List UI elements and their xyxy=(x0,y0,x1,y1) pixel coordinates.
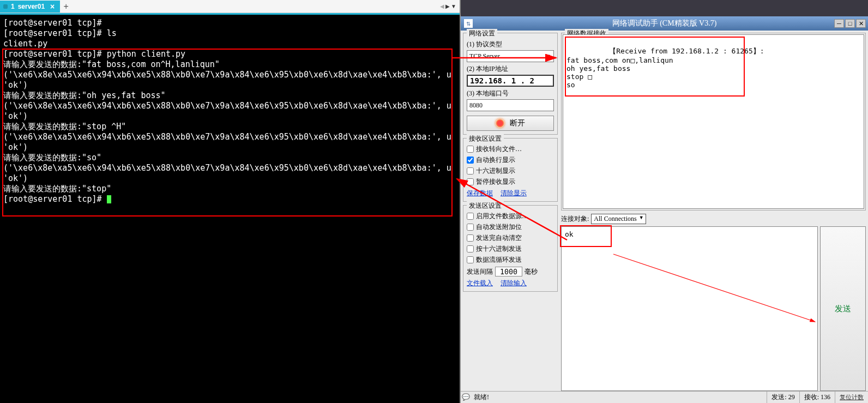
port-input[interactable]: 8080 xyxy=(467,99,554,111)
disconnect-button[interactable]: 断开 xyxy=(467,116,554,131)
file-source-check[interactable]: 启用文件数据源… xyxy=(467,212,554,221)
disconnect-label: 断开 xyxy=(510,118,525,128)
protocol-select[interactable]: TCP Server ▼ xyxy=(467,50,554,62)
auto-wrap-check[interactable]: 自动换行显示 xyxy=(467,155,554,165)
tab-index: 1 xyxy=(11,3,15,10)
recv-to-file-check[interactable]: 接收转向文件… xyxy=(467,145,554,154)
net-assist-app: ⇅ 网络调试助手 (CM精装版 V3.7) ─ □ ✕ 网络设置 (1) 协议类… xyxy=(461,0,868,403)
status-ready: 就绪! xyxy=(471,393,767,402)
interval-input[interactable] xyxy=(495,267,522,276)
pause-recv-check[interactable]: 暂停接收显示 xyxy=(467,177,554,187)
reset-counter-link[interactable]: 复位计数 xyxy=(840,393,864,401)
send-button[interactable]: 发送 xyxy=(820,226,866,391)
tab-indicator-icon xyxy=(3,4,8,9)
loop-send-check[interactable]: 数据流循环发送 xyxy=(467,255,554,264)
tab-menu-icon[interactable]: ▼ xyxy=(451,3,456,9)
status-sent: 发送: 29 xyxy=(767,392,799,403)
ip-input[interactable]: 192.168. 1 . 2 xyxy=(467,75,554,87)
close-icon[interactable]: × xyxy=(50,2,55,11)
group-title: 发送区设置 xyxy=(467,201,504,210)
main-column: 网络数据接收 【Receive from 192.168.1.2 : 61265… xyxy=(561,33,866,391)
tab-title: server01 xyxy=(18,3,45,10)
conn-target-label: 连接对象: xyxy=(561,214,589,224)
status-icon: 💬 xyxy=(461,393,471,401)
settings-sidebar: 网络设置 (1) 协议类型 TCP Server ▼ (2) 本地IP地址 19… xyxy=(463,33,558,391)
send-text: ok xyxy=(565,230,574,238)
recv-text: 【Receive from 192.168.1.2 : 61265】: fat … xyxy=(566,47,764,89)
recv-textarea[interactable]: 【Receive from 192.168.1.2 : 61265】: fat … xyxy=(563,34,864,209)
add-tab-button[interactable]: + xyxy=(60,1,72,13)
statusbar: 💬 就绪! 发送: 29 接收: 136 复位计数 xyxy=(461,391,868,403)
auto-clear-check[interactable]: 发送完自动清空 xyxy=(467,233,554,243)
clear-display-link[interactable]: 清除显示 xyxy=(501,189,527,198)
port-label: (3) 本地端口号 xyxy=(467,89,554,98)
terminal-output[interactable]: [root@server01 tcp]# [root@server01 tcp]… xyxy=(0,13,460,403)
chevron-down-icon: ▼ xyxy=(546,53,551,59)
terminal-tabbar: 1 server01 × + ◀ ▶ ▼ xyxy=(0,0,460,13)
recv-data-group: 网络数据接收 【Receive from 192.168.1.2 : 61265… xyxy=(561,33,866,210)
clear-input-link[interactable]: 清除输入 xyxy=(501,279,527,288)
conn-target-select[interactable]: All Connections xyxy=(591,214,646,224)
protocol-label: (1) 协议类型 xyxy=(467,40,554,49)
tab-prev-icon[interactable]: ◀ xyxy=(440,3,444,9)
hex-display-check[interactable]: 十六进制显示 xyxy=(467,166,554,176)
protocol-value: TCP Server xyxy=(469,52,500,61)
tab-next-icon[interactable]: ▶ xyxy=(445,3,450,9)
connection-target-row: 连接对象: All Connections xyxy=(561,214,866,224)
interval-label: 发送间隔 xyxy=(467,267,493,276)
network-settings-group: 网络设置 (1) 协议类型 TCP Server ▼ (2) 本地IP地址 19… xyxy=(463,33,558,135)
ip-label: (2) 本地IP地址 xyxy=(467,64,554,74)
send-settings-group: 发送区设置 启用文件数据源… 自动发送附加位 发送完自动清空 按十六进制发送 数… xyxy=(463,205,558,292)
connect-status-icon xyxy=(496,119,504,128)
group-title: 网络设置 xyxy=(467,29,497,38)
maximize-button[interactable]: □ xyxy=(845,19,855,28)
interval-unit: 毫秒 xyxy=(525,267,538,276)
terminal-pane: 1 server01 × + ◀ ▶ ▼ [root@server01 tcp]… xyxy=(0,0,461,403)
hex-send-check[interactable]: 按十六进制发送 xyxy=(467,244,554,254)
load-file-link[interactable]: 文件载入 xyxy=(467,279,493,288)
close-button[interactable]: ✕ xyxy=(856,19,866,28)
window-title: 网络调试助手 (CM精装版 V3.7) xyxy=(612,19,717,28)
tab-nav: ◀ ▶ ▼ xyxy=(440,3,456,9)
status-recv: 接收: 136 xyxy=(799,392,835,403)
minimize-button[interactable]: ─ xyxy=(834,19,844,28)
dark-top-bar xyxy=(461,0,868,16)
recv-settings-group: 接收区设置 接收转向文件… 自动换行显示 十六进制显示 暂停接收显示 保存数据 … xyxy=(463,138,558,202)
terminal-tab[interactable]: 1 server01 × xyxy=(0,1,60,13)
group-title: 接收区设置 xyxy=(467,134,504,143)
app-icon: ⇅ xyxy=(464,19,473,28)
auto-append-check[interactable]: 自动发送附加位 xyxy=(467,222,554,232)
titlebar: ⇅ 网络调试助手 (CM精装版 V3.7) ─ □ ✕ xyxy=(461,16,868,31)
send-textarea[interactable]: ok xyxy=(561,226,818,391)
save-data-link[interactable]: 保存数据 xyxy=(467,189,493,198)
